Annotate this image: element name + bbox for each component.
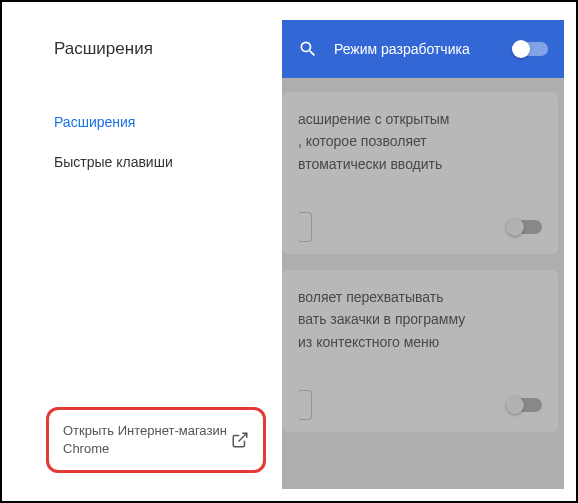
page-title: Расширения <box>30 20 282 78</box>
header-toolbar: Режим разработчика <box>282 20 564 78</box>
open-chrome-store-button[interactable]: Открыть Интернет-магазин Chrome <box>46 407 266 473</box>
sidebar-item-extensions[interactable]: Расширения <box>30 102 282 142</box>
dev-mode-label: Режим разработчика <box>334 41 498 57</box>
dev-mode-toggle[interactable] <box>514 42 548 56</box>
search-icon[interactable] <box>298 39 318 59</box>
sidebar-item-shortcuts[interactable]: Быстрые клавиши <box>30 142 282 182</box>
app-header: Расширения Режим разработчика <box>30 20 564 78</box>
chrome-store-label: Открыть Интернет-магазин Chrome <box>63 422 231 458</box>
svg-line-0 <box>239 433 247 441</box>
sidebar: Расширения Быстрые клавиши Открыть Интер… <box>30 78 282 489</box>
content-area: асширение с открытым , которое позволяет… <box>282 78 564 489</box>
overlay-dim <box>282 78 564 489</box>
external-link-icon <box>231 431 249 449</box>
